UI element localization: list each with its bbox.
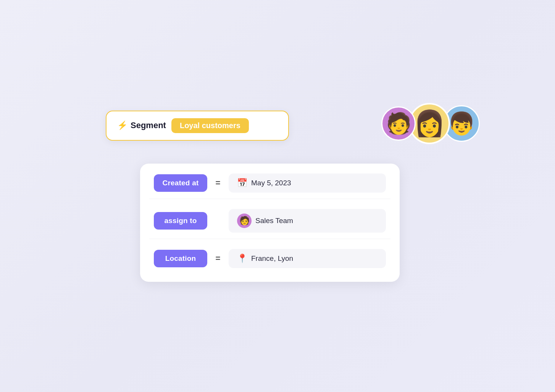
- created-at-operator: =: [213, 178, 223, 188]
- segment-card[interactable]: ⚡ Segment Loyal customers: [106, 111, 289, 141]
- filter-row-assign-to: assign to 🧑 Sales Team: [149, 203, 390, 239]
- avatar-group: 🧑 👩 👦: [381, 103, 480, 144]
- segment-label: ⚡ Segment: [117, 120, 166, 130]
- location-operator: =: [213, 254, 223, 263]
- location-text: France, Lyon: [251, 254, 293, 263]
- location-value[interactable]: 📍 France, Lyon: [229, 249, 386, 268]
- calendar-icon: 📅: [237, 178, 247, 188]
- created-at-value[interactable]: 📅 May 5, 2023: [229, 174, 386, 193]
- pin-icon: 📍: [237, 254, 247, 263]
- created-at-tag[interactable]: Created at: [154, 174, 207, 192]
- filter-row-location: Location = 📍 France, Lyon: [149, 243, 390, 274]
- location-tag[interactable]: Location: [154, 250, 207, 267]
- created-at-date: May 5, 2023: [251, 179, 291, 187]
- assign-to-team: Sales Team: [255, 217, 293, 225]
- assign-to-tag[interactable]: assign to: [154, 212, 207, 230]
- segment-text: Segment: [131, 120, 166, 130]
- main-container: ⚡ Segment Loyal customers 🧑 👩 👦 Created …: [106, 111, 449, 282]
- filter-row-created-at: Created at = 📅 May 5, 2023: [149, 167, 390, 199]
- lightning-icon: ⚡: [117, 120, 127, 130]
- filter-card: Created at = 📅 May 5, 2023 assign to 🧑 S…: [140, 164, 400, 282]
- avatar-man: 🧑: [381, 106, 416, 141]
- team-avatar: 🧑: [237, 214, 252, 228]
- segment-badge[interactable]: Loyal customers: [171, 118, 249, 133]
- assign-to-value[interactable]: 🧑 Sales Team: [229, 209, 386, 233]
